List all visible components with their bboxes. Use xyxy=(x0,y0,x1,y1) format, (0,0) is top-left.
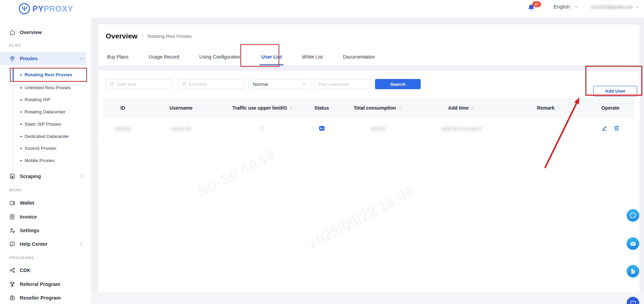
sidebar-item-label: Invoice xyxy=(20,214,37,220)
cell-remark xyxy=(505,118,587,140)
tab-white-list[interactable]: White List xyxy=(302,48,323,65)
language-selector[interactable]: English xyxy=(554,4,579,10)
chevron-down-icon xyxy=(79,56,84,61)
sidebar-item-settings[interactable]: Settings xyxy=(0,224,91,237)
col-header-id: ID xyxy=(104,98,142,118)
sidebar-item-label: Reseller Program xyxy=(20,295,61,301)
building-icon xyxy=(630,268,636,275)
start-time-input[interactable] xyxy=(106,79,173,89)
tab-using-configuration[interactable]: Using Configuration xyxy=(199,48,241,65)
sidebar-item-label: Wallet xyxy=(20,200,34,206)
cell-status xyxy=(305,118,338,140)
add-user-button[interactable]: Add User xyxy=(593,86,637,96)
filter-bar: Normal Search Add User xyxy=(98,79,640,89)
calendar-icon xyxy=(110,82,114,86)
sidebar-item-label: Referral Program xyxy=(20,282,60,287)
tab-documentation[interactable]: Documentation xyxy=(343,48,375,65)
cell-total-consumption: 16.07/8 xyxy=(338,118,418,140)
location-pin-icon xyxy=(9,55,15,62)
sidebar-item-label: Proxies xyxy=(20,56,38,61)
help-bubble-icon: ? xyxy=(9,241,15,247)
sidebar-item-referral-program[interactable]: Referral Program xyxy=(0,278,91,290)
user-settings-icon xyxy=(9,227,15,234)
edit-icon[interactable] xyxy=(601,125,608,131)
sidebar-subitem-mobile-proxies[interactable]: Mobile Proxies xyxy=(0,154,91,167)
bullet-icon xyxy=(20,87,22,89)
sidebar-item-label: Settings xyxy=(20,228,39,233)
sort-icon[interactable] xyxy=(398,106,402,110)
chevron-down-icon xyxy=(574,4,579,9)
bullet-icon xyxy=(20,99,22,100)
email-contact-button[interactable] xyxy=(627,237,639,250)
main-content: SD-S0 4A44 2025/09/22 15:06 Overview › R… xyxy=(91,18,644,304)
scraping-icon xyxy=(9,173,15,179)
pyproxy-logo[interactable]: Ψ PYPROXY xyxy=(19,3,73,14)
bullet-icon xyxy=(20,124,22,125)
breadcrumb-root[interactable]: Overview xyxy=(106,32,137,40)
home-icon xyxy=(9,29,15,35)
section-label-menu: MENU xyxy=(9,188,21,192)
section-label-programs: PROGRAMS xyxy=(9,256,34,260)
tab-bar: Buy Plans Usage Record Using Configurati… xyxy=(107,48,375,65)
bullet-icon xyxy=(20,136,22,137)
notification-count-badge: 27 xyxy=(532,1,541,7)
sort-icon[interactable] xyxy=(289,106,293,110)
pyproxy-logo-text: PYPROXY xyxy=(32,4,73,14)
sidebar-subitem-rotating-datacenter[interactable]: Rotating Datacenter xyxy=(0,106,91,118)
username-field[interactable] xyxy=(318,82,368,87)
language-label: English xyxy=(554,4,570,10)
start-time-field[interactable] xyxy=(117,82,169,87)
sidebar-item-cdk[interactable]: CDK xyxy=(0,264,91,276)
sidebar-nav: Overview PLAN Proxies Rotating Resi Prox… xyxy=(0,18,91,304)
sidebar-item-proxies[interactable]: Proxies xyxy=(0,52,86,65)
col-header-operate: Operate xyxy=(587,98,634,118)
col-header-remark: Remark xyxy=(505,98,587,118)
sidebar-subitem-static-isp-proxies[interactable]: Static ISP Proxies xyxy=(0,118,91,130)
sidebar-item-help-center[interactable]: ? Help Center xyxy=(0,238,91,250)
cell-operate xyxy=(587,118,634,140)
tab-buy-plans[interactable]: Buy Plans xyxy=(107,48,129,65)
cell-traffic-limit: 0- xyxy=(220,118,305,140)
col-header-total-consumption[interactable]: Total consumption xyxy=(338,98,418,118)
col-header-username: Username xyxy=(142,98,220,118)
company-info-button[interactable] xyxy=(627,265,639,277)
table-header-row: ID Username Traffic use upper limit/G St… xyxy=(104,98,634,118)
status-active-icon[interactable] xyxy=(318,125,325,132)
status-select[interactable]: Normal xyxy=(249,79,311,89)
end-time-field[interactable] xyxy=(189,82,241,87)
bullet-icon xyxy=(20,74,22,76)
breadcrumb-current: Rotating Resi Proxies xyxy=(148,34,192,39)
end-time-input[interactable] xyxy=(178,79,244,89)
cell-id: 3013Ga xyxy=(104,118,142,140)
sidebar-subitem-rotating-isp[interactable]: Rotating ISP xyxy=(0,93,91,106)
search-button[interactable]: Search xyxy=(375,79,421,89)
svg-text:?: ? xyxy=(12,242,13,245)
sidebar-item-reseller-program[interactable]: Reseller Program xyxy=(0,292,91,304)
briefcase-icon xyxy=(9,295,15,301)
sidebar-subitem-rotating-resi-proxies[interactable]: Rotating Resi Proxies xyxy=(0,68,91,81)
col-header-traffic-limit[interactable]: Traffic use upper limit/G xyxy=(220,98,305,118)
sidebar-subitem-dedicated-datacenter[interactable]: Dedicated Datacenter xyxy=(0,130,91,143)
sidebar-item-scraping[interactable]: Scraping xyxy=(0,170,91,182)
tab-usage-record[interactable]: Usage Record xyxy=(149,48,179,65)
breadcrumb: Overview › Rotating Resi Proxies xyxy=(106,32,192,40)
col-header-status: Status xyxy=(305,98,338,118)
whatsapp-icon xyxy=(629,212,636,219)
username-input[interactable] xyxy=(314,79,372,89)
account-email: usr1237@gmail.com xyxy=(591,4,633,10)
sidebar-subitem-socks5-proxies[interactable]: Socks5 Proxies xyxy=(0,142,91,155)
col-header-add-time[interactable]: Add time xyxy=(418,98,505,118)
delete-trash-icon[interactable] xyxy=(613,125,620,131)
sidebar-item-wallet[interactable]: Wallet xyxy=(0,197,91,209)
whatsapp-button[interactable] xyxy=(627,209,639,222)
sidebar-item-overview[interactable]: Overview xyxy=(0,26,91,38)
account-menu[interactable]: usr1237@gmail.com xyxy=(591,4,640,10)
sidebar-subitem-unlimited-resi-proxies[interactable]: Unlimited Resi Proxies xyxy=(0,81,91,94)
sidebar-item-invoice[interactable]: Invoice xyxy=(0,211,91,223)
tab-user-list[interactable]: User List xyxy=(261,48,282,65)
cell-add-time: 2025-06-19 15:48:10 xyxy=(418,118,505,140)
sidebar-item-label: CDK xyxy=(20,268,30,273)
sort-icon[interactable] xyxy=(470,106,475,110)
calendar-icon xyxy=(182,82,186,86)
section-label-plan: PLAN xyxy=(9,43,21,47)
